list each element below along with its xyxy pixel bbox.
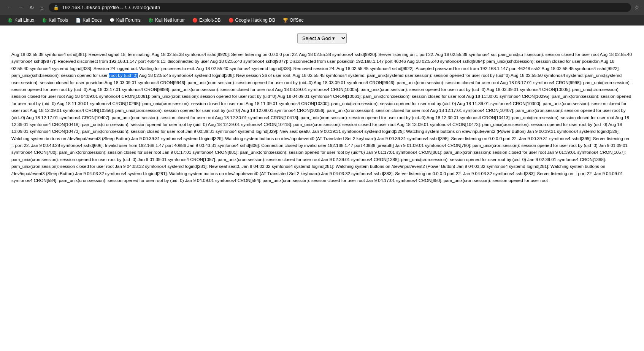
log-text-after-highlight: Aug 18 02:55:45 symfonos4 systemd-logind… [11,73,631,183]
kali-forums-icon: 💬 [109,18,115,23]
bookmark-kali-forums-label: Kali Forums [116,18,141,23]
kali-nethunter-icon: 🐉 [148,18,154,23]
bookmark-google-hacking-db[interactable]: 🔴 Google Hacking DB [225,16,278,24]
nav-buttons: ← → ↻ ⌂ [5,4,46,11]
home-button[interactable]: ⌂ [38,4,46,11]
god-select[interactable]: Select a God ▾ [297,33,347,43]
exploit-db-icon: 🔴 [192,18,198,23]
bookmark-kali-nethunter[interactable]: 🐉 Kali NetHunter [145,16,188,24]
back-button[interactable]: ← [5,4,14,11]
google-hacking-db-icon: 🔴 [228,18,234,23]
bookmark-kali-tools-label: Kali Tools [49,18,68,23]
page-content: Select a God ▾ Aug 18 02:55:38 symfonos4… [0,26,644,350]
bookmark-kali-tools[interactable]: 🐉 Kali Tools [39,16,71,24]
kali-tools-icon: 🐉 [42,18,47,23]
highlighted-text: root by (uid=0) [109,73,138,78]
bookmark-google-hacking-db-label: Google Hacking DB [235,18,275,23]
bookmark-kali-forums[interactable]: 💬 Kali Forums [106,16,144,24]
bookmark-offsec[interactable]: 🏆 OffSec [280,16,306,24]
bookmark-kali-linux[interactable]: 🐉 Kali Linux [5,16,37,24]
bookmark-exploit-db-label: Exploit-DB [199,18,221,23]
address-bar-container: 🔒 [49,3,631,12]
address-bar[interactable] [62,5,627,10]
bookmark-star-button[interactable]: ☆ [634,4,639,11]
kali-linux-icon: 🐉 [8,18,13,23]
browser-chrome: ← → ↻ ⌂ 🔒 ☆ 🐉 Kali Linux 🐉 Kali Tools 📄 … [0,0,644,26]
bookmark-exploit-db[interactable]: 🔴 Exploit-DB [189,16,224,24]
bookmark-kali-docs-label: Kali Docs [82,18,102,23]
offsec-icon: 🏆 [283,18,288,23]
refresh-button[interactable]: ↻ [27,4,36,11]
bookmark-kali-docs[interactable]: 📄 Kali Docs [73,16,105,24]
dropdown-container: Select a God ▾ [0,26,644,49]
bookmark-kali-linux-label: Kali Linux [14,18,34,23]
security-icon: 🔒 [53,5,59,10]
forward-button[interactable]: → [16,4,26,11]
bookmark-kali-nethunter-label: Kali NetHunter [155,18,185,23]
bookmark-offsec-label: OffSec [290,18,303,23]
browser-toolbar: ← → ↻ ⌂ 🔒 ☆ [0,0,644,15]
bookmarks-bar: 🐉 Kali Linux 🐉 Kali Tools 📄 Kali Docs 💬 … [0,15,644,26]
log-content: Aug 18 02:55:38 symfonos4 sshd[381]: Rec… [0,49,644,191]
kali-docs-icon: 📄 [76,18,81,23]
